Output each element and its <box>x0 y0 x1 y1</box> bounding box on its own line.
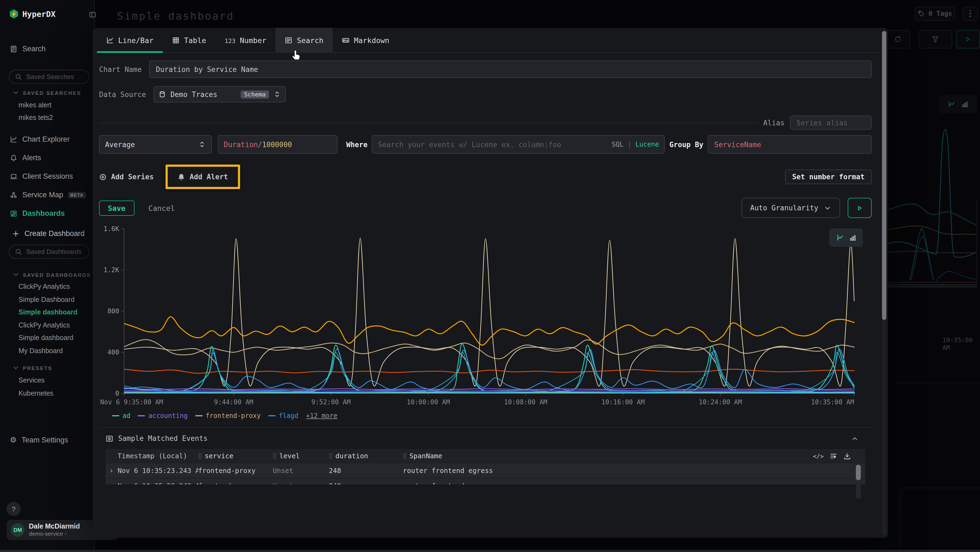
group-by-input[interactable]: ServiceName <box>708 135 872 154</box>
code-icon[interactable]: </> <box>813 452 824 460</box>
chevron-up-icon[interactable] <box>851 435 859 442</box>
legend-item[interactable]: flagd <box>269 412 298 420</box>
group-by-label: Group By <box>670 140 703 148</box>
wrap-text-icon[interactable] <box>830 452 837 459</box>
schema-badge: Schema <box>241 90 269 98</box>
saved-dashboard-item[interactable]: Simple dashboard <box>19 334 73 341</box>
events-column-header[interactable]: service <box>198 452 273 460</box>
sidebar-item-dashboards[interactable]: Dashboards <box>10 209 65 217</box>
add-series-button[interactable]: Add Series <box>99 173 154 181</box>
chart-legend: ad accounting frontend-proxy flagd+12 mo… <box>112 412 872 420</box>
events-column-header[interactable]: level <box>273 452 329 460</box>
sidebar-item-team-settings[interactable]: ⚙ Team Settings <box>10 436 68 444</box>
drag-handle-icon[interactable] <box>403 453 407 459</box>
list-icon <box>106 435 113 442</box>
lucene-toggle[interactable]: Lucene <box>635 140 659 148</box>
cancel-button[interactable]: Cancel <box>148 204 175 212</box>
plus-circle-icon <box>99 173 107 181</box>
saved-search-item[interactable]: mikes tets2 <box>19 114 53 121</box>
saved-dashboard-item[interactable]: My Dashboard <box>19 347 63 354</box>
brand-name: HyperDX <box>22 10 56 18</box>
brand-logo[interactable]: ⚡ HyperDX <box>10 9 56 19</box>
preset-item[interactable]: Services <box>19 377 45 384</box>
events-table-row[interactable]: › Nov 6 10:35:23.243 AM frontend-proxy U… <box>106 478 865 485</box>
sidebar-item-search[interactable]: Search <box>10 45 46 53</box>
legend-item[interactable]: frontend-proxy <box>195 412 261 420</box>
line-chart[interactable]: 04008001.2K1.6KNov 6 9:35:00 AM9:44:00 A… <box>99 226 872 410</box>
svg-text:10:24:00 AM: 10:24:00 AM <box>699 398 742 406</box>
preset-item[interactable]: Kubernetes <box>19 389 53 397</box>
chart-area: 04008001.2K1.6KNov 6 9:35:00 AM9:44:00 A… <box>99 226 872 420</box>
saved-searches-section-header[interactable]: SAVED SEARCHES <box>12 89 81 96</box>
modal-scrollbar[interactable] <box>882 30 886 536</box>
svg-text:400: 400 <box>108 348 119 356</box>
set-number-format-button[interactable]: Set number format <box>785 169 872 184</box>
tab-table[interactable]: Table <box>163 28 215 52</box>
updown-icon <box>273 91 281 98</box>
sidebar-item-alerts[interactable]: Alerts <box>10 154 41 162</box>
where-search-input[interactable]: Search your events w/ Lucene ex. column:… <box>372 135 665 154</box>
saved-dashboard-item[interactable]: Simple Dashboard <box>19 296 75 303</box>
add-alert-button[interactable]: Add Alert <box>178 173 228 181</box>
series-divider-line <box>99 122 758 123</box>
chart-name-label: Chart Name <box>99 65 142 73</box>
bar-chart-icon <box>849 234 856 241</box>
drag-handle-icon[interactable] <box>198 453 202 459</box>
help-button[interactable]: ? <box>6 502 21 516</box>
run-chart-button[interactable] <box>848 198 872 218</box>
sidebar-item-chart-explorer[interactable]: Chart Explorer <box>10 135 70 143</box>
download-icon[interactable] <box>843 452 851 459</box>
saved-dashboard-item[interactable]: ClickPy Analytics <box>19 321 70 329</box>
data-source-label: Data Source <box>99 90 146 98</box>
events-column-header[interactable]: Timestamp (Local) <box>118 452 198 460</box>
tab-markdown[interactable]: Markdown <box>332 28 399 52</box>
events-column-header[interactable]: duration <box>329 452 403 460</box>
save-button[interactable]: Save <box>99 200 134 215</box>
svg-text:10:08:00 AM: 10:08:00 AM <box>504 398 547 406</box>
search-icon <box>15 73 22 81</box>
saved-dashboard-item[interactable]: Simple dashboard <box>19 308 78 316</box>
tab-search[interactable]: Search <box>276 28 333 52</box>
123-icon: 123 <box>224 36 235 45</box>
tab-number[interactable]: 123 Number <box>215 28 275 52</box>
svg-text:10:16:00 AM: 10:16:00 AM <box>601 398 644 406</box>
create-dashboard-button[interactable]: Create Dashboard <box>12 230 85 238</box>
granularity-select[interactable]: Auto Granularity <box>741 198 840 218</box>
sidebar-item-client-sessions[interactable]: Client Sessions <box>10 172 73 180</box>
svg-text:10:00:00 AM: 10:00:00 AM <box>407 398 450 406</box>
sidebar-item-service-map[interactable]: Service Map BETA <box>10 191 86 199</box>
drag-handle-icon[interactable] <box>329 453 332 459</box>
line-chart-icon <box>106 36 114 44</box>
saved-dashboards-input[interactable]: Saved Dashboards <box>9 245 89 259</box>
sql-toggle[interactable]: SQL <box>612 140 624 148</box>
events-table-scrollbar[interactable] <box>856 464 861 499</box>
svg-text:10:35:00 AM: 10:35:00 AM <box>811 398 854 406</box>
data-source-select[interactable]: Demo Traces Schema <box>154 86 286 102</box>
events-column-header[interactable]: SpanName <box>403 452 813 460</box>
svg-text:9:44:00 AM: 9:44:00 AM <box>214 398 253 406</box>
add-alert-highlight-box: Add Alert <box>166 164 240 189</box>
chart-name-input[interactable] <box>150 61 872 78</box>
series-alias-input[interactable] <box>790 115 872 130</box>
avatar: DM <box>11 523 24 537</box>
svg-text:9:52:00 AM: 9:52:00 AM <box>312 398 351 406</box>
aggregation-select[interactable]: Average <box>99 135 212 154</box>
legend-item[interactable]: ad <box>112 412 130 420</box>
saved-dashboards-section-header[interactable]: SAVED DASHBOARDS <box>12 271 91 278</box>
expr-value: 1000000 <box>262 140 292 148</box>
legend-item[interactable]: accounting <box>138 412 188 420</box>
sidebar-collapse-button[interactable] <box>89 11 96 19</box>
legend-more-link[interactable]: +12 more <box>306 412 337 420</box>
events-table-row[interactable]: › Nov 6 10:35:23.243 AM frontend-proxy U… <box>106 463 865 478</box>
saved-search-item[interactable]: mikes alert <box>19 101 51 109</box>
saved-dashboard-item[interactable]: ClickPy Analytics <box>19 283 70 290</box>
presets-section-header[interactable]: PRESETS <box>12 364 52 372</box>
saved-searches-input[interactable]: Saved Searches <box>9 70 89 84</box>
field-expression-input[interactable]: Duration/1000000 <box>218 135 337 154</box>
chart-type-toggle[interactable] <box>829 228 863 247</box>
aggregation-value: Average <box>105 140 135 148</box>
tab-line-bar[interactable]: Line/Bar <box>97 28 163 52</box>
play-icon <box>856 204 863 211</box>
user-name: Dale McDiarmid <box>29 523 80 530</box>
drag-handle-icon[interactable] <box>273 453 277 459</box>
